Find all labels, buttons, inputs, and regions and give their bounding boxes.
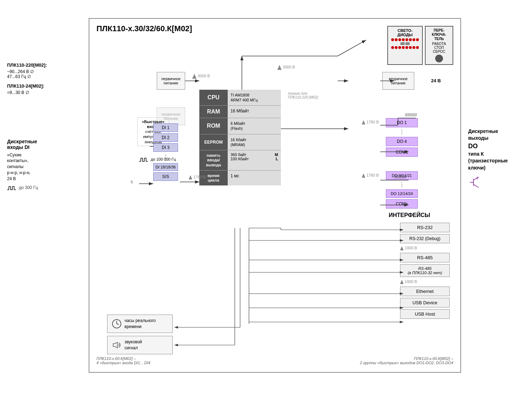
volt-1780-right-bottom: 1780 В — [362, 173, 379, 178]
volt-1780-right-top: 1780 В — [362, 120, 379, 124]
cycle-value: 1 мс — [228, 171, 281, 185]
volt-1000-top: 1000 В — [400, 245, 450, 251]
note1: ПЛК110-х.60.К[М02] –4 «быстрых» входа DI… — [96, 356, 150, 365]
mem-values: 360 байт M 100 Кбайт L — [228, 150, 281, 170]
di-boxes: DI 1 DI 2 DI 3 ⋮ DI 18/18/36 S/S — [153, 123, 178, 181]
diagram-box: ПЛК110-х.30/32/60.К[М02] СВЕТО-ДИОДЫ — [89, 18, 461, 373]
ram-row: RAM 16 Мбайт — [199, 106, 281, 118]
volt-24: 24 В — [431, 78, 441, 83]
led-switch-panel: СВЕТО-ДИОДЫ — [387, 26, 453, 65]
svg-line-2 — [473, 177, 479, 180]
svg-marker-4 — [476, 177, 478, 179]
sound-label: звуковойсигнал — [124, 339, 142, 351]
rs232debug-box: RS-232 (Debug) — [400, 234, 450, 243]
volt-3000-right: 3000 В — [277, 65, 295, 70]
volt-1780-left: 1780 В — [189, 175, 206, 179]
do12-box: DO 12/14/24 — [386, 189, 418, 198]
ram-label: RAM — [199, 106, 228, 118]
plc220-freq: 47...63 Гц ∅ — [7, 74, 47, 79]
eeprom-label: EEPROM — [199, 134, 228, 150]
di2-box: DI 2 — [153, 133, 178, 142]
clock-icon — [112, 319, 122, 329]
interfaces-title: ИНТЕРФЕЙСЫ — [389, 212, 430, 218]
volt-1000-bottom: 1000 В — [400, 279, 450, 285]
svg-marker-15 — [113, 342, 117, 348]
rs485-2-box: RS-485(в ПЛК110-32 нет) — [400, 264, 450, 277]
ss-box: S/S — [153, 172, 178, 181]
mem-l-row: 100 Кбайт L — [231, 157, 278, 161]
cpu-block: CPU TI AM1808ARM7 400 МГц RAM 16 Мбайт R… — [199, 90, 281, 186]
stop-label: СТОП — [428, 46, 450, 50]
do9-box: DO 9/11/21 — [386, 171, 418, 180]
di3-box: DI 3 — [153, 143, 178, 152]
svg-marker-7 — [189, 175, 192, 179]
pereklyuchatel-label: ПЕРЕ-КЛЮЧА-ТЕЛЬ — [428, 28, 450, 41]
mem-m-row: 360 байт M — [231, 152, 278, 157]
sec-power-block: вторичноепитание — [382, 72, 414, 90]
do-dots1: ⋮ — [386, 129, 418, 135]
mem-m-label: M — [275, 152, 278, 157]
svg-marker-5 — [192, 74, 196, 79]
rom-value: 6 Мбайт(Flash) — [228, 118, 281, 134]
sbros-label: СБРОС — [428, 50, 450, 54]
ethernet-box: Ethernet — [400, 287, 450, 296]
do1-box: DO 1 — [386, 118, 418, 127]
speaker-icon — [112, 340, 122, 350]
cpu-row: CPU TI AM1808ARM7 400 МГц — [199, 90, 281, 106]
sound-box: звуковойсигнал — [107, 336, 173, 354]
cycle-row: времяцикла 1 мс — [199, 171, 281, 185]
usb-device-box: USB Device — [400, 298, 450, 307]
transistor-symbol — [468, 175, 525, 190]
only-for-note: только дляПЛК110-220 [М02] — [288, 91, 318, 99]
led-row-2 — [391, 42, 419, 45]
rs485-1-box: RS-485 — [400, 253, 450, 262]
led-panel: СВЕТО-ДИОДЫ — [387, 26, 423, 65]
mem-l-val: 100 Кбайт — [231, 157, 249, 161]
svetodiody-label: СВЕТО-ДИОДЫ — [391, 28, 419, 37]
interface-boxes: RS-232 RS-232 (Debug) 1000 В RS-485 RS-4… — [400, 223, 450, 319]
di-desc-text: «Сухиеконтакты»,сигналыр-н-р, н-р-н,24 В — [7, 152, 53, 182]
plc220-label: ПЛК110-220[М02]: — [7, 62, 47, 68]
do-dots2: ⋮ — [386, 181, 418, 188]
svg-marker-8 — [362, 120, 365, 124]
plc24-voltage: =9...30 В ∅ — [7, 90, 47, 95]
svg-marker-10 — [400, 246, 404, 250]
svg-line-3 — [473, 184, 479, 188]
switch-knob[interactable] — [435, 55, 443, 62]
cpu-label: CPU — [199, 90, 228, 106]
volt-3000-left: 3000 В — [192, 74, 210, 79]
svg-text://: // — [129, 179, 134, 184]
do-title-label: ДискретныевыходыDOтипа К(транзисторныекл… — [468, 128, 525, 172]
di-bottom-box: DI 18/18/36 — [153, 163, 178, 171]
led-row-3 — [391, 46, 419, 49]
ram-value: 16 Мбайт — [228, 106, 281, 118]
mem-m-val: 360 байт — [231, 152, 246, 157]
rom-row: ROM 6 Мбайт(Flash) — [199, 118, 281, 134]
do-boxes-top: DO 1 ⋮ DO 4 COM1 — [386, 118, 418, 157]
main-container: ПЛК110-220[М02]: ~90...264 В ∅ 47...63 Г… — [7, 7, 525, 387]
rom-label: ROM — [199, 118, 228, 134]
cpu-value: TI AM1808ARM7 400 МГц — [228, 90, 281, 106]
do-right-section: ДискретныевыходыDOтипа К(транзисторныекл… — [468, 128, 525, 190]
di-title-label: Дискретныевходы DI — [7, 139, 53, 150]
plc24-label: ПЛК110-24[М02]: — [7, 83, 47, 89]
rtc-label: часы реальноговремени — [124, 318, 156, 330]
svg-marker-9 — [362, 173, 365, 178]
di1-box: DI 1 — [153, 123, 178, 132]
prim-power-block1: первичноепитание — [157, 72, 185, 90]
left-labels: ПЛК110-220[М02]: ~90...264 В ∅ 47...63 Г… — [7, 62, 47, 95]
do-boxes-bottom: DO 9/11/21 ⋮ DO 12/14/24 COMx — [386, 171, 418, 209]
rtc-box: часы реальноговремени — [107, 315, 173, 333]
di-dots: ⋮ — [153, 153, 178, 162]
eeprom-row: EEPROM 16 Кбайт(MRAM) — [199, 134, 281, 151]
svg-line-14 — [117, 324, 119, 324]
mem-label: памятьввода/вывода — [199, 150, 228, 170]
rs232-box: RS-232 — [400, 223, 450, 232]
com1-box: COM1 — [386, 148, 418, 157]
di-left-section: Дискретныевходы DI «Сухиеконтакты»,сигна… — [7, 139, 53, 191]
svg-line-21 — [338, 40, 366, 56]
mem-l-label: L — [276, 157, 278, 161]
mem-row: памятьввода/вывода 360 байт M 100 Кбайт … — [199, 150, 281, 171]
rabota-label: РАБОТА — [428, 42, 450, 46]
freq-300: до 300 Гц — [7, 185, 53, 190]
